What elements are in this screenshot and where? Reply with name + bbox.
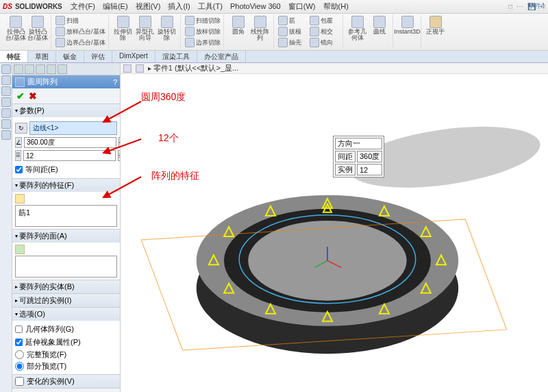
sweep-cut-button[interactable]: 扫描切除 <box>185 16 221 25</box>
loft-cut-button[interactable]: 放样切除 <box>185 27 221 36</box>
section-options: ▾选项(O) 几何体阵列(G) 延伸视象属性(P) 完整预览(F) 部分预览(T… <box>12 308 120 375</box>
count-input[interactable] <box>23 150 116 161</box>
qat-open-icon[interactable]: ⋯ <box>516 3 523 10</box>
rib-icon <box>278 16 288 25</box>
revolve-icon <box>32 16 44 28</box>
tab-render[interactable]: 渲染工具 <box>155 51 197 62</box>
help-icon[interactable]: ? <box>113 78 117 86</box>
options-header[interactable]: ▾选项(O) <box>12 308 120 321</box>
sweep-cut-icon <box>185 16 195 25</box>
menu-help[interactable]: 帮助(H) <box>323 2 349 10</box>
boundary-cut-icon <box>185 38 195 47</box>
curves-icon <box>373 16 386 28</box>
features-listbox[interactable]: 筋1 <box>15 205 117 227</box>
revolve-boss-button[interactable]: 旋转凸台/基体 <box>27 16 48 41</box>
revolve-cut-button[interactable]: 旋转切除 <box>157 16 177 41</box>
geom-pattern-checkbox[interactable] <box>15 326 23 333</box>
intersect-button[interactable]: 相交 <box>310 27 333 36</box>
fillet-button[interactable]: 圆角 <box>228 16 249 41</box>
skip-header[interactable]: ▸可跳过的实例(I) <box>12 294 120 307</box>
mirror-button[interactable]: 镜向 <box>310 38 333 47</box>
vp-tool-icon[interactable] <box>123 64 132 73</box>
ref-geom-button[interactable]: 参考几何体 <box>347 16 368 41</box>
menu-edit[interactable]: 编辑(E) <box>103 2 128 10</box>
command-tabs: 特征 草图 钣金 评估 DimXpert 渲染工具 办公室产品 <box>0 51 548 63</box>
menu-window[interactable]: 窗口(W) <box>288 2 316 10</box>
shell-icon <box>278 38 288 47</box>
shell-button[interactable]: 抽壳 <box>278 38 301 47</box>
curves-button[interactable]: 曲线 <box>369 16 390 41</box>
document-tab[interactable]: 零件1 <box>527 1 545 11</box>
left-tool-3[interactable] <box>1 86 11 96</box>
draft-button[interactable]: 拔模 <box>278 27 301 36</box>
wrap-button[interactable]: 包覆 <box>310 16 333 25</box>
tab-dimxpert[interactable]: DimXpert <box>112 51 155 62</box>
params-header[interactable]: ▾参数(P) <box>12 104 120 117</box>
vary-header[interactable]: 变化的实例(V) <box>12 375 120 388</box>
axis-selection[interactable]: 边线<1> <box>29 121 117 135</box>
panel-tab-dimxpert-icon[interactable] <box>47 64 56 74</box>
bodies-header[interactable]: ▸要阵列的实体(B) <box>12 280 120 293</box>
ribbon-group-normalto: 正视于 <box>423 15 449 49</box>
viewport-toolbar: ▸ 零件1 (默认<<默认>_显... <box>121 63 548 74</box>
tab-sheetmetal[interactable]: 钣金 <box>56 51 84 62</box>
panel-tab-property-icon[interactable] <box>25 64 34 74</box>
hole-wizard-button[interactable]: 异型孔向导 <box>135 16 155 41</box>
left-tool-1[interactable] <box>1 64 11 74</box>
linear-pattern-button[interactable]: 线性阵列 <box>250 16 271 41</box>
tab-sketch[interactable]: 草图 <box>28 51 56 62</box>
rib-button[interactable]: 筋 <box>278 16 295 25</box>
left-tool-7[interactable] <box>1 130 11 140</box>
hole-icon <box>139 16 151 28</box>
section-features: ▾要阵列的特征(F) 筋1 <box>12 179 120 230</box>
left-tool-6[interactable] <box>1 119 11 129</box>
full-preview-radio[interactable] <box>15 350 24 359</box>
propagate-checkbox[interactable] <box>15 339 23 346</box>
normal-to-button[interactable]: 正视于 <box>425 16 446 35</box>
chevron-down-icon: ▾ <box>15 108 18 114</box>
menu-photoview[interactable]: PhotoView 360 <box>230 2 281 10</box>
extrude-boss-button[interactable]: 拉伸凸台/基体 <box>5 16 26 41</box>
left-tool-4[interactable] <box>1 97 11 107</box>
loft-button[interactable]: 放样凸台/基体 <box>55 27 105 36</box>
partial-preview-radio[interactable] <box>15 362 24 371</box>
sweep-button[interactable]: 扫描 <box>55 16 79 25</box>
panel-tab-display-icon[interactable] <box>58 64 67 74</box>
panel-tab-feature-tree-icon[interactable] <box>14 64 23 74</box>
boundary-button[interactable]: 边界凸台/基体 <box>55 38 105 47</box>
loft-icon <box>55 27 65 36</box>
equal-spacing-checkbox[interactable] <box>15 166 23 173</box>
list-item[interactable]: 筋1 <box>17 207 115 219</box>
dimension-callout[interactable]: 方向一 间距360度 实例12 <box>333 136 384 177</box>
boundary-cut-button[interactable]: 边界切除 <box>185 38 221 47</box>
ribbon-group-boss: 拉伸凸台/基体 旋转凸台/基体 <box>3 15 51 49</box>
chevron-right-icon: ▸ <box>15 297 18 304</box>
angle-input[interactable] <box>24 137 116 148</box>
panel-tab-config-icon[interactable] <box>36 64 45 74</box>
menu-insert[interactable]: 插入(I) <box>168 2 190 10</box>
vp-tool-icon[interactable] <box>136 64 144 73</box>
instant3d-button[interactable]: Instant3D <box>397 16 418 35</box>
ok-button[interactable]: ✔ <box>16 90 25 101</box>
qat-new-icon[interactable]: □ <box>508 3 512 10</box>
tab-office[interactable]: 办公室产品 <box>197 51 246 62</box>
viewport[interactable]: ▸ 零件1 (默认<<默认>_显... <box>121 63 548 392</box>
faces-header[interactable]: ▾要阵列的面(A) <box>12 230 120 243</box>
left-tool-5[interactable] <box>1 108 11 118</box>
cancel-button[interactable]: ✖ <box>29 90 37 101</box>
menu-bar: 文件(F) 编辑(E) 视图(V) 插入(I) 工具(T) PhotoView … <box>68 1 351 12</box>
breadcrumb[interactable]: ▸ 零件1 (默认<<默认>_显... <box>148 63 238 73</box>
extrude-cut-button[interactable]: 拉伸切除 <box>113 16 134 41</box>
menu-file[interactable]: 文件(F) <box>71 2 95 10</box>
tab-evaluate[interactable]: 评估 <box>84 51 112 62</box>
tab-features[interactable]: 特征 <box>0 51 28 62</box>
vary-checkbox[interactable] <box>15 377 24 386</box>
menu-view[interactable]: 视图(V) <box>136 2 161 10</box>
section-parameters: ▾参数(P) ↻ 边线<1> ∠ ▲▼ ⠿ ▲▼ 等间距(E) <box>12 104 120 179</box>
features-header[interactable]: ▾要阵列的特征(F) <box>12 179 120 192</box>
boundary-icon <box>55 38 65 47</box>
faces-listbox[interactable] <box>15 256 117 278</box>
menu-tools[interactable]: 工具(T) <box>198 2 223 10</box>
left-tool-2[interactable] <box>1 75 11 85</box>
3d-canvas[interactable]: 方向一 间距360度 实例12 圆周360度 12个 阵列的特征 <box>121 74 548 392</box>
